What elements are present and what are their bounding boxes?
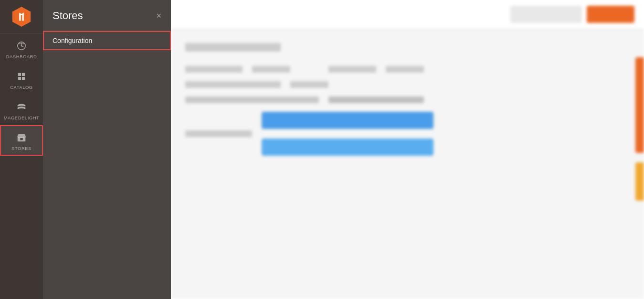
logo-area xyxy=(0,0,43,33)
sidebar: DASHBOARD CATALOG MAGEDELIGHT xyxy=(0,0,43,299)
topbar-user-info xyxy=(510,6,582,23)
sidebar-item-label-dashboard: DASHBOARD xyxy=(6,54,37,59)
blurred-label-2 xyxy=(185,81,281,88)
content-row-4 xyxy=(185,112,630,156)
main-content xyxy=(171,0,644,299)
blurred-label-1 xyxy=(185,66,243,73)
svg-rect-4 xyxy=(18,73,21,76)
stores-icon xyxy=(16,132,27,143)
content-row-2 xyxy=(185,81,630,88)
blurred-value-4 xyxy=(290,81,328,88)
dashboard-icon xyxy=(16,40,27,52)
magento-logo-icon xyxy=(11,7,32,27)
blurred-button-blue-2 xyxy=(262,139,433,156)
topbar-action-button xyxy=(587,6,634,23)
submenu-item-configuration[interactable]: Configuration xyxy=(43,31,171,50)
submenu-title: Stores xyxy=(53,10,83,22)
topbar xyxy=(171,0,644,29)
blurred-value-3 xyxy=(386,66,424,73)
submenu-header: Stores × xyxy=(43,0,171,31)
sidebar-item-label-stores: STORES xyxy=(11,146,32,151)
blurred-button-blue-1 xyxy=(262,112,433,129)
blurred-value-5 xyxy=(328,96,424,103)
blurred-label-3 xyxy=(185,96,319,103)
submenu-panel: Stores × Configuration xyxy=(43,0,171,299)
blurred-value-2 xyxy=(328,66,376,73)
sidebar-item-stores[interactable]: STORES xyxy=(0,125,43,156)
catalog-icon xyxy=(16,71,27,82)
scroll-indicator-orange xyxy=(635,57,644,153)
sidebar-item-magedelight[interactable]: MAGEDELIGHT xyxy=(0,95,43,125)
scroll-indicator-yellow xyxy=(635,162,644,201)
magedelight-icon xyxy=(16,101,27,113)
sidebar-item-label-catalog: CATALOG xyxy=(10,85,33,90)
svg-rect-7 xyxy=(22,77,25,80)
blurred-value-1 xyxy=(252,66,290,73)
sidebar-item-catalog[interactable]: CATALOG xyxy=(0,64,43,95)
content-row-1 xyxy=(185,66,630,73)
submenu-close-button[interactable]: × xyxy=(156,11,161,20)
content-header-blurred xyxy=(185,43,281,52)
svg-rect-5 xyxy=(22,73,25,76)
content-row-3 xyxy=(185,96,630,103)
sidebar-item-dashboard[interactable]: DASHBOARD xyxy=(0,33,43,64)
blurred-label-4 xyxy=(185,130,252,137)
sidebar-item-label-magedelight: MAGEDELIGHT xyxy=(4,115,40,120)
svg-rect-6 xyxy=(18,77,21,80)
submenu-item-configuration-label: Configuration xyxy=(53,37,92,44)
svg-rect-9 xyxy=(20,138,23,140)
svg-point-3 xyxy=(21,45,22,47)
blue-buttons xyxy=(262,112,433,156)
content-area xyxy=(171,29,644,179)
